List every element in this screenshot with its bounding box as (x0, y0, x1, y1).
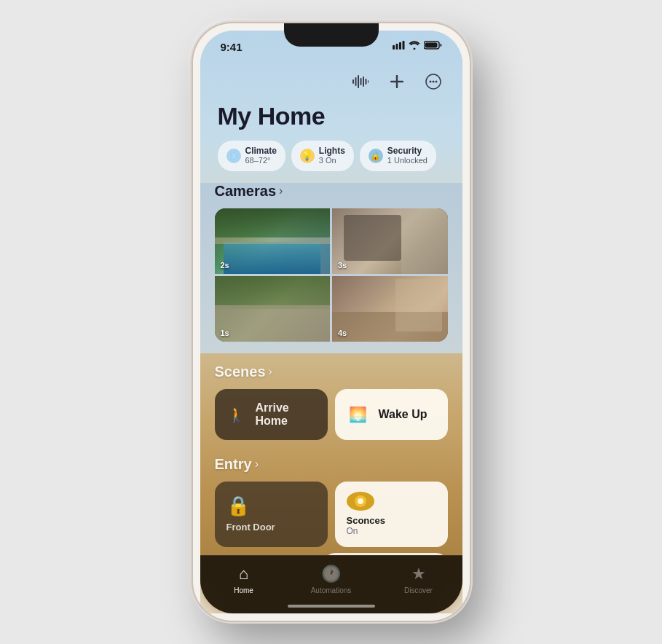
discover-tab-label: Discover (404, 586, 433, 594)
svg-rect-11 (365, 79, 366, 85)
status-time: 9:41 (221, 41, 243, 53)
security-label: Security (387, 146, 427, 156)
svg-point-14 (429, 81, 431, 83)
more-button[interactable] (422, 70, 445, 93)
svg-rect-5 (425, 43, 437, 48)
entry-chevron[interactable]: › (255, 458, 259, 471)
climate-icon: ❄️ (226, 149, 241, 163)
security-icon: 🔒 (369, 149, 383, 163)
arrive-home-card[interactable]: 🚶 Arrive Home (215, 389, 328, 440)
lights-chip[interactable]: 💡 Lights 3 On (291, 141, 354, 171)
screen: 9:41 (200, 31, 462, 613)
svg-point-16 (435, 81, 437, 83)
home-tab-icon: ⌂ (239, 565, 248, 584)
lights-icon: 💡 (300, 149, 315, 163)
camera-grid: 2s 3s (215, 208, 448, 342)
svg-rect-9 (360, 78, 361, 85)
scenes-title: Scenes (215, 364, 266, 380)
svg-rect-0 (393, 45, 395, 50)
sconces-card[interactable]: Sconces On (335, 482, 448, 547)
tab-discover[interactable]: ★ Discover (375, 565, 462, 594)
front-door-icon: 🔒 (226, 495, 250, 517)
climate-label: Climate (245, 146, 277, 156)
svg-point-15 (432, 81, 434, 83)
svg-rect-7 (355, 77, 356, 86)
scenes-section: Scenes › 🚶 Arrive Home 🌅 Wake Up (200, 353, 462, 446)
page-title: My Home (218, 102, 445, 130)
tab-indicator (288, 605, 375, 608)
lights-sub: 3 On (319, 156, 345, 165)
cameras-section: Cameras › 2s (200, 183, 462, 353)
cameras-chevron[interactable]: › (279, 184, 283, 197)
camera-pool[interactable]: 2s (215, 208, 331, 274)
sconces-icon (347, 492, 374, 511)
svg-rect-8 (358, 75, 359, 88)
scenes-header: Scenes › (215, 364, 448, 380)
climate-chip[interactable]: ❄️ Climate 68–72° (218, 141, 285, 171)
camera-living[interactable]: 4s (332, 276, 448, 342)
svg-rect-12 (368, 80, 369, 83)
camera-pool-label: 2s (221, 261, 229, 270)
tab-automations[interactable]: 🕐 Automations (288, 565, 375, 594)
lights-label: Lights (319, 146, 345, 156)
wake-up-icon: 🌅 (347, 403, 370, 426)
cameras-title: Cameras (215, 183, 277, 200)
scenes-chevron[interactable]: › (269, 365, 272, 378)
phone-wrapper: 9:41 (193, 23, 470, 621)
entry-row: 🔒 Front Door Sconces (215, 482, 448, 547)
front-door-card[interactable]: 🔒 Front Door (215, 482, 328, 547)
front-door-label: Front Door (226, 522, 275, 533)
status-chips: ❄️ Climate 68–72° 💡 Lights 3 O (218, 141, 445, 171)
camera-driveway-label: 1s (221, 329, 229, 337)
security-sub: 1 Unlocked (387, 156, 427, 165)
svg-rect-10 (363, 76, 364, 87)
arrive-home-icon: 🚶 (226, 403, 247, 426)
automations-tab-label: Automations (311, 586, 352, 594)
camera-gym-label: 3s (338, 261, 347, 270)
sconces-status: On (347, 526, 358, 536)
discover-tab-icon: ★ (411, 565, 426, 584)
wake-up-label: Wake Up (379, 408, 427, 421)
cameras-header: Cameras › (215, 183, 448, 200)
battery-icon (424, 41, 442, 50)
phone-body: 9:41 (193, 23, 470, 621)
security-chip-text: Security 1 Unlocked (387, 146, 427, 166)
entry-section: Entry › 🔒 Front Door (200, 446, 462, 555)
climate-chip-text: Climate 68–72° (245, 146, 277, 166)
entry-header: Entry › (215, 456, 448, 473)
header-controls (218, 70, 445, 93)
lights-chip-text: Lights 3 On (319, 146, 345, 166)
tab-bar: ⌂ Home 🕐 Automations ★ Discover (200, 555, 462, 613)
main-content: My Home ❄️ Climate 68–72° (200, 31, 462, 555)
tab-home[interactable]: ⌂ Home (200, 565, 288, 594)
wake-up-card[interactable]: 🌅 Wake Up (335, 389, 448, 440)
svg-point-18 (358, 498, 363, 504)
waveform-button[interactable] (349, 70, 372, 93)
svg-rect-2 (399, 42, 401, 50)
notch (284, 23, 379, 47)
add-button[interactable] (385, 70, 409, 93)
scenes-row: 🚶 Arrive Home 🌅 Wake Up (215, 389, 448, 440)
security-chip[interactable]: 🔒 Security 1 Unlocked (360, 141, 436, 171)
wifi-icon (409, 41, 420, 50)
camera-living-label: 4s (338, 329, 347, 337)
app-content: 9:41 (200, 31, 462, 613)
arrive-home-label: Arrive Home (255, 401, 315, 428)
svg-rect-3 (402, 41, 404, 50)
status-icons (393, 41, 442, 50)
svg-rect-1 (395, 44, 398, 50)
sconces-label: Sconces (347, 515, 385, 527)
entry-title: Entry (215, 456, 252, 473)
svg-rect-6 (352, 79, 354, 84)
climate-sub: 68–72° (245, 156, 277, 165)
camera-gym[interactable]: 3s (332, 208, 448, 274)
home-tab-label: Home (234, 586, 253, 594)
camera-driveway[interactable]: 1s (215, 276, 331, 342)
signal-icon (393, 41, 405, 50)
automations-tab-icon: 🕐 (321, 565, 341, 584)
